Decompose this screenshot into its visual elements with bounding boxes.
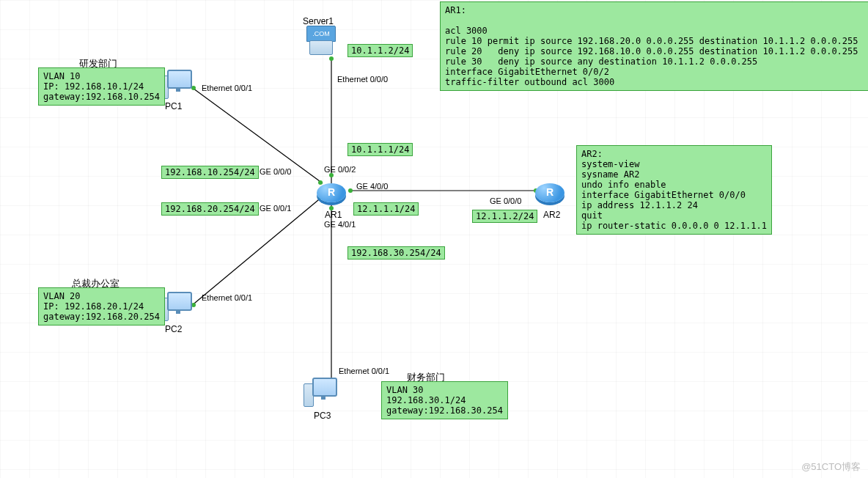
- if-pc3-eth: Ethernet 0/0/1: [339, 367, 389, 375]
- rd-box: VLAN 10 IP: 192.168.10.1/24 gateway:192.…: [38, 67, 165, 106]
- ar1-label: AR1: [325, 210, 342, 220]
- pc3-label: PC3: [314, 411, 331, 421]
- pc2-node[interactable]: [163, 292, 194, 323]
- server1-label: Server1: [303, 16, 334, 26]
- router-icon: R: [535, 177, 564, 207]
- if-ar2-ge000: GE 0/0/0: [490, 196, 521, 205]
- if-ar1-ge400: GE 4/0/0: [356, 182, 388, 191]
- if-ar1-ge000: GE 0/0/0: [260, 167, 291, 176]
- ip-ge000: 192.168.10.254/24: [161, 166, 259, 179]
- if-ar1-ge001: GE 0/0/1: [260, 204, 291, 213]
- ceo-box: VLAN 20 IP: 192.168.20.1/24 gateway:192.…: [38, 287, 165, 326]
- pc-icon: [163, 292, 194, 323]
- pc2-label: PC2: [165, 324, 182, 334]
- fin-box: VLAN 30 192.168.30.1/24 gateway:192.168.…: [381, 381, 508, 419]
- ip-ar2-ge000: 12.1.1.2/24: [472, 210, 537, 223]
- ar2-config: AR2: system-view sysname AR2 undo info e…: [576, 145, 772, 235]
- server-icon: .COM: [306, 26, 334, 55]
- pc3-node[interactable]: [308, 378, 339, 408]
- if-pc1-eth: Ethernet 0/0/1: [202, 84, 252, 92]
- ip-ge401: 192.168.30.254/24: [347, 246, 445, 260]
- if-ar1-ge401: GE 4/0/1: [324, 220, 356, 229]
- watermark: @51CTO博客: [801, 460, 861, 474]
- pc-icon: [308, 378, 339, 408]
- pc1-label: PC1: [165, 101, 182, 111]
- if-srv-eth: Ethernet 0/0/0: [337, 75, 388, 84]
- ip-ge001: 192.168.20.254/24: [161, 202, 259, 216]
- ar2-node[interactable]: R: [535, 177, 564, 207]
- if-ar1-ge002: GE 0/0/2: [324, 165, 356, 174]
- ip-server: 10.1.1.2/24: [347, 44, 413, 57]
- if-pc2-eth: Ethernet 0/0/1: [202, 293, 252, 302]
- ar1-node[interactable]: R: [317, 177, 346, 207]
- server1-node[interactable]: .COM: [306, 26, 334, 55]
- ip-ge002: 10.1.1.1/24: [347, 143, 413, 156]
- pc-icon: [163, 70, 194, 100]
- router-icon: R: [317, 177, 346, 207]
- ip-ar1-ge400: 12.1.1.1/24: [353, 202, 419, 216]
- pc1-node[interactable]: [163, 70, 194, 100]
- ar2-label: AR2: [543, 210, 560, 220]
- ar1-config: AR1: acl 3000 rule 10 permit ip source 1…: [440, 1, 868, 91]
